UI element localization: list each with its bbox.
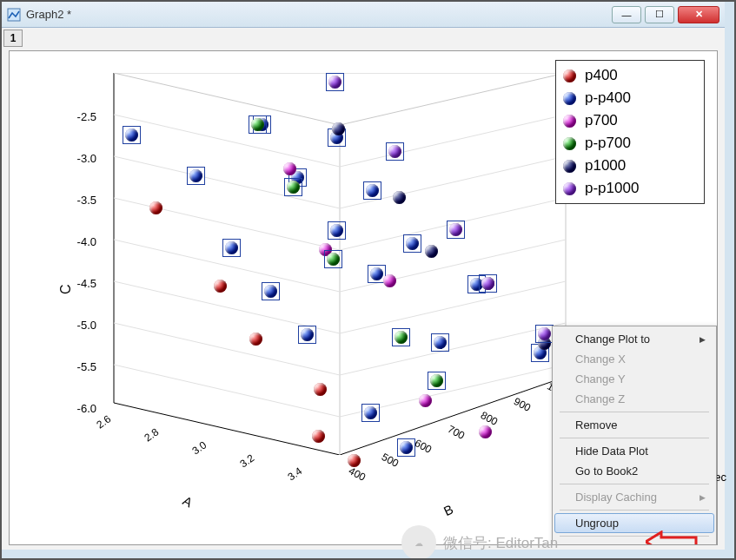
ctx-separator [560,438,709,438]
legend-swatch-icon [563,115,576,128]
window-title: Graph2 * [26,8,612,21]
context-menu: Change Plot to▶ Change X Change Y Change… [552,326,717,545]
legend-swatch-icon [563,182,576,195]
minimize-button[interactable]: — [612,6,641,23]
a-tick: 2.8 [142,425,161,444]
data-point[interactable] [330,224,343,237]
legend-swatch-icon [563,69,576,82]
c-tick: -3.0 [70,152,96,165]
a-tick: 3.4 [285,464,304,483]
annotation-arrow-icon [646,530,698,545]
svg-line-2 [114,115,340,167]
b-tick: 700 [446,423,467,442]
legend-label: p1000 [585,157,626,175]
c-tick: -5.5 [70,360,96,373]
ctx-display-caching: Display Caching▶ [554,487,714,507]
submenu-arrow-icon: ▶ [700,335,706,344]
data-point[interactable] [283,162,296,175]
a-tick: 3.2 [237,451,256,470]
c-tick: -4.0 [70,235,96,248]
legend-swatch-icon [563,160,576,173]
plot-area[interactable]: C -2.5-3.0-3.5-4.0-4.5-5.0-5.5-6.0 2.62.… [9,50,718,545]
data-point[interactable] [395,331,408,344]
b-tick: 800 [479,409,500,428]
ctx-change-plot-to[interactable]: Change Plot to▶ [554,329,714,349]
legend-swatch-icon [563,137,576,150]
ctx-change-x: Change X [554,349,714,369]
data-point[interactable] [479,425,492,438]
data-point[interactable] [419,394,432,407]
legend-label: p400 [585,67,618,84]
data-point[interactable] [149,201,162,214]
ctx-separator [560,484,709,484]
maximize-button[interactable]: ☐ [645,6,674,23]
data-point[interactable] [538,327,551,340]
c-tick: -2.5 [70,110,96,123]
b-tick: 600 [413,437,434,456]
legend-row[interactable]: p400 [563,64,697,87]
submenu-arrow-icon: ▶ [700,493,706,502]
data-point[interactable] [348,454,361,467]
ctx-change-y: Change Y [554,369,714,389]
c-tick: -4.5 [70,277,96,290]
ctx-hide-data-plot[interactable]: Hide Data Plot [554,441,714,461]
ctx-remove[interactable]: Remove [554,415,714,435]
legend-row[interactable]: p-p700 [563,132,697,155]
data-point[interactable] [383,274,396,287]
data-point[interactable] [425,245,438,258]
data-point[interactable] [327,253,340,266]
data-point[interactable] [328,76,341,89]
legend-label: p700 [585,112,618,129]
b-tick: 400 [347,464,368,484]
axis-label-a: A [181,493,196,511]
data-point[interactable] [393,191,406,204]
legend-row[interactable]: p1000 [563,155,697,177]
data-point[interactable] [481,277,494,290]
a-tick: 2.6 [94,412,113,431]
b-tick: 900 [512,395,533,414]
legend-label: p-p1000 [585,180,639,197]
data-point[interactable] [214,280,227,293]
data-point[interactable] [301,328,314,341]
legend-row[interactable]: p-p1000 [563,177,697,200]
titlebar[interactable]: Graph2 * — ☐ ✕ [2,2,725,28]
svg-line-3 [340,115,566,167]
close-button[interactable]: ✕ [678,6,719,23]
c-tick: -3.5 [70,194,96,207]
legend-label: p-p700 [585,135,631,152]
data-point[interactable] [189,169,202,182]
svg-line-14 [114,365,340,417]
legend-row[interactable]: p700 [563,109,697,132]
ctx-separator [560,412,709,412]
graph-window: Graph2 * — ☐ ✕ 1 [2,2,725,550]
content-area: 1 C -2.5-3.0-3.5-4.0-4.5-5 [2,28,725,550]
app-icon [7,8,21,22]
ctx-go-to-book[interactable]: Go to Book2 [554,461,714,481]
c-tick: -6.0 [70,402,96,415]
legend-swatch-icon [563,92,576,105]
watermark-text: 微信号: EditorTan [443,533,558,553]
data-point[interactable] [225,241,238,254]
svg-line-11 [340,281,566,333]
svg-marker-16 [646,532,696,545]
data-point[interactable] [406,237,419,250]
data-point[interactable] [430,374,443,387]
legend-row[interactable]: p-p400 [563,87,697,109]
wechat-icon: ☁ [401,525,436,560]
data-point[interactable] [388,145,401,158]
c-tick: -5.0 [70,319,96,332]
ctx-separator [560,510,709,511]
data-point[interactable] [332,122,345,135]
data-point[interactable] [314,383,327,396]
data-point[interactable] [449,223,462,236]
legend[interactable]: p400p-p400p700p-p700p1000p-p1000 [555,60,705,204]
a-tick: 3.0 [189,438,209,457]
data-point[interactable] [249,333,262,346]
data-point[interactable] [312,430,325,443]
ctx-change-z: Change Z [554,389,714,409]
legend-label: p-p400 [585,89,631,107]
wechat-watermark: ☁ 微信号: EditorTan [401,525,558,560]
layer-tab-1[interactable]: 1 [3,30,23,47]
axis-label-b: B [441,502,455,519]
data-point[interactable] [370,267,383,280]
